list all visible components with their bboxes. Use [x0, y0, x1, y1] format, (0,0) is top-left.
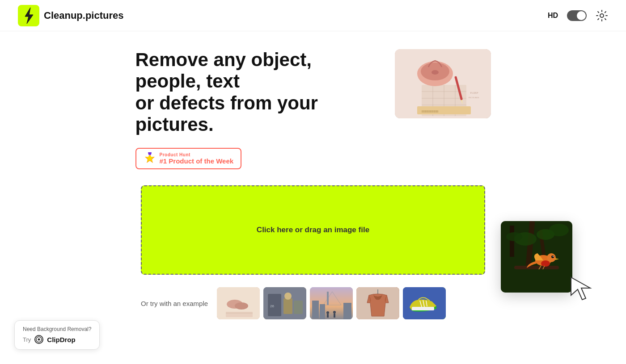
- svg-rect-57: [510, 226, 514, 257]
- svg-point-44: [333, 311, 336, 314]
- logo-text: Cleanup.pictures: [44, 10, 123, 21]
- svg-rect-41: [320, 304, 325, 319]
- examples-images: 26: [217, 287, 446, 319]
- svg-point-33: [284, 293, 292, 300]
- badge-platform: Product Hunt: [160, 152, 234, 157]
- upload-section: Click here or drag an image file: [141, 185, 485, 275]
- svg-text:26: 26: [270, 304, 274, 308]
- svg-point-42: [326, 311, 329, 314]
- svg-marker-70: [571, 277, 590, 300]
- clipdrop-try-label: Try: [23, 336, 31, 343]
- badge-text: Product Hunt #1 Product of the Week: [160, 152, 234, 165]
- clipdrop-logo-icon: [34, 335, 43, 344]
- product-hunt-badge[interactable]: Product Hunt #1 Product of the Week: [135, 148, 242, 169]
- svg-point-61: [549, 224, 569, 236]
- hero-text: Remove any object, people, text or defec…: [135, 49, 368, 169]
- header-controls: HD: [548, 9, 608, 22]
- settings-icon[interactable]: [596, 9, 608, 22]
- svg-point-17: [431, 70, 439, 75]
- hero-image-visual: |||||||||||||||||||||||| YUZEP PICTURES: [395, 49, 491, 118]
- svg-rect-27: [226, 312, 253, 317]
- svg-point-1: [600, 14, 604, 17]
- logo-area[interactable]: Cleanup.pictures: [18, 5, 123, 26]
- svg-rect-39: [312, 301, 319, 318]
- hero-section: Remove any object, people, text or defec…: [112, 49, 514, 169]
- hd-label: HD: [548, 12, 558, 20]
- upload-dropzone[interactable]: Click here or drag an image file: [141, 185, 485, 275]
- svg-rect-32: [294, 301, 303, 314]
- svg-text:YUZEP: YUZEP: [470, 92, 478, 94]
- main-content: Remove any object, people, text or defec…: [0, 31, 626, 328]
- svg-point-67: [553, 256, 554, 257]
- example-image-2[interactable]: 26: [263, 287, 306, 319]
- clipdrop-need-text: Need Background Removal?: [23, 326, 91, 332]
- svg-rect-49: [412, 307, 434, 310]
- header: Cleanup.pictures HD: [0, 0, 626, 31]
- upload-cta: Click here or drag an image file: [257, 226, 369, 234]
- bird-float-image: [501, 221, 572, 293]
- hd-toggle[interactable]: [567, 10, 587, 21]
- logo-icon: [18, 5, 39, 26]
- hero-title: Remove any object, people, text or defec…: [135, 49, 368, 135]
- cursor-arrow: [569, 275, 596, 304]
- svg-text:PICTURES: PICTURES: [469, 96, 479, 99]
- svg-point-64: [547, 253, 556, 262]
- svg-rect-43: [327, 314, 329, 318]
- clipdrop-cta: Try ClipDrop: [23, 335, 91, 344]
- badge-award: #1 Product of the Week: [160, 157, 234, 165]
- svg-point-66: [551, 255, 554, 258]
- toggle-knob: [577, 11, 586, 20]
- svg-rect-40: [343, 303, 351, 319]
- examples-label: Or try with an example: [141, 300, 208, 307]
- svg-point-60: [506, 232, 522, 241]
- medal-icon: [144, 152, 156, 165]
- clipdrop-brand: ClipDrop: [47, 336, 75, 343]
- svg-point-72: [38, 339, 40, 341]
- svg-rect-62: [514, 266, 559, 269]
- svg-text:||||||||||||||||||||||||: ||||||||||||||||||||||||: [422, 110, 439, 113]
- example-image-4[interactable]: [356, 287, 399, 319]
- example-image-5[interactable]: [403, 287, 446, 319]
- svg-rect-31: [283, 298, 292, 314]
- svg-point-26: [235, 302, 248, 310]
- examples-section: Or try with an example 26: [141, 287, 485, 319]
- svg-point-65: [541, 260, 550, 267]
- example-image-3[interactable]: [310, 287, 353, 319]
- clipdrop-widget[interactable]: Need Background Removal? Try ClipDrop: [14, 320, 100, 350]
- clipdrop-symbol: [36, 336, 42, 343]
- svg-rect-5: [148, 152, 152, 154]
- example-image-1[interactable]: [217, 287, 260, 319]
- hero-image: |||||||||||||||||||||||| YUZEP PICTURES: [395, 49, 491, 118]
- svg-rect-45: [334, 314, 335, 318]
